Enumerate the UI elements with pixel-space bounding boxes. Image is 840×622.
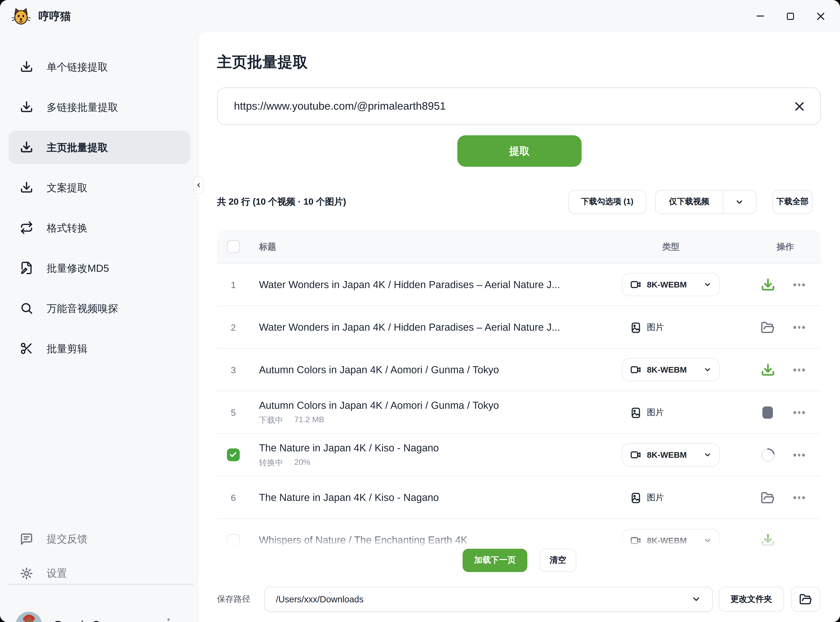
table-row: 1 Water Wonders in Japan 4K / Hidden Par… [217,264,821,306]
save-path-label: 保存路径 [217,594,257,605]
open-folder-button[interactable] [791,587,820,612]
extract-button[interactable]: 提取 [457,135,582,167]
stop-icon [762,406,773,419]
row-menu-button[interactable] [790,349,808,391]
download-all-button[interactable]: 下载全部 [772,190,813,214]
result-summary: 共 20 行 (10 个视频 · 10 个图片) [217,196,346,208]
column-header-type: 类型 [622,230,720,264]
format-select[interactable]: 8K-WEBM [622,358,720,381]
sidebar-item-batch-edit[interactable]: 批量剪辑 [9,332,190,365]
table-row: 2 Water Wonders in Japan 4K / Hidden Par… [217,306,821,349]
download-button[interactable] [761,277,775,292]
sidebar-item-single-link[interactable]: 单个链接提取 [9,50,190,83]
main-content: 主页批量提取 提取 共 20 行 (10 个视频 · 10 个图片) 下载勾选项… [199,32,840,622]
status-value: 20% [294,458,310,468]
window-controls [753,9,828,24]
type-label: 图片 [647,407,664,418]
app-logo-cat-icon [12,7,31,26]
table-header: 标题 类型 操作 [217,230,821,264]
video-only-dropdown-button[interactable] [722,191,756,213]
sidebar-item-label: 设置 [47,566,67,580]
change-folder-button[interactable]: 更改文件夹 [719,587,784,612]
close-button[interactable] [813,9,828,24]
file-edit-icon [20,261,33,274]
clear-input-icon[interactable] [791,98,807,114]
sidebar-item-copy-extract[interactable]: 文案提取 [9,171,190,204]
status-label: 转换中 [259,458,283,468]
sidebar-item-label: 多链接批量提取 [47,100,118,114]
row-menu-button[interactable] [790,306,808,349]
chevron-down-icon [704,451,712,459]
bottom-panel: 加载下一页 清空 保存路径 /Users/xxx/Downloads 更改文件夹 [199,548,840,622]
app-title: 哼哼猫 [38,9,71,23]
url-input[interactable] [233,99,791,113]
row-menu-button[interactable] [790,434,808,476]
sidebar-item-label: 格式转换 [47,221,87,235]
download-selected-button[interactable]: 下载勾选项 (1) [568,190,646,214]
row-menu-button[interactable] [790,476,808,519]
format-select[interactable]: 8K-WEBM [622,443,720,466]
user-menu-button[interactable] [162,614,175,622]
row-index: 5 [227,391,240,434]
row-title: Water Wonders in Japan 4K / Hidden Parad… [259,321,617,334]
minimize-button[interactable] [753,9,768,24]
progress-spinner [758,446,777,465]
sidebar-item-media-sniffer[interactable]: 万能音视频嗅探 [9,291,190,325]
sidebar-item-homepage-batch[interactable]: 主页批量提取 [9,131,190,164]
video-camera-icon [630,279,641,290]
sidebar-item-label: 提交反馈 [47,532,87,546]
sidebar-item-settings[interactable]: 设置 [9,559,190,587]
feedback-icon [20,532,33,546]
sidebar-item-modify-md5[interactable]: 批量修改MD5 [9,252,190,285]
user-profile[interactable]: Bonnie Green [16,611,190,622]
row-index: 2 [227,306,240,349]
download-button[interactable] [761,533,775,547]
type-image: 图片 [630,391,664,434]
chevron-down-icon [704,281,712,289]
sidebar-item-label: 单个链接提取 [47,60,108,74]
download-icon [20,60,33,73]
column-header-title: 标题 [259,230,276,264]
open-folder-button[interactable] [761,320,775,334]
save-path-value: /Users/xxx/Downloads [276,594,363,604]
pagination: 加载下一页 清空 [199,549,840,572]
table-row: 3 Autumn Colors in Japan 4K / Aomori / G… [217,349,821,391]
download-button[interactable] [761,363,775,377]
download-icon [20,100,33,114]
video-only-button[interactable]: 仅下载视频 [655,191,722,213]
download-icon [20,181,33,194]
row-menu-button[interactable] [790,264,808,306]
sidebar-item-label: 批量剪辑 [47,341,87,355]
sidebar-item-format-convert[interactable]: 格式转换 [9,211,190,244]
sidebar-item-multi-link[interactable]: 多链接批量提取 [9,90,190,123]
video-only-split-button: 仅下载视频 [655,190,756,214]
row-menu-button[interactable] [790,391,808,434]
table-row: The Nature in Japan 4K / Kiso - Nagano 转… [217,434,821,476]
gear-icon [20,567,33,580]
sidebar-footer-nav: 提交反馈 设置 [9,525,190,587]
sidebar-divider [9,584,194,585]
row-title: Water Wonders in Japan 4K / Hidden Parad… [259,279,617,291]
load-next-page-button[interactable]: 加载下一页 [463,549,527,572]
sidebar-collapse-button[interactable] [193,176,203,194]
avatar [16,611,42,622]
sidebar-item-feedback[interactable]: 提交反馈 [9,525,190,553]
stop-button[interactable] [762,406,773,419]
chevron-down-icon [691,594,701,604]
maximize-button[interactable] [783,9,798,24]
row-checkbox[interactable] [227,534,240,547]
select-all-checkbox[interactable] [227,240,240,253]
chevron-down-icon [704,536,712,544]
app-window: 哼哼猫 单个链接提取 [0,0,840,622]
clear-list-button[interactable]: 清空 [539,549,576,572]
chevron-down-icon [704,366,712,374]
sidebar-item-label: 文案提取 [47,181,87,195]
format-select[interactable]: 8K-WEBM [622,273,720,296]
save-path-select[interactable]: /Users/xxx/Downloads [264,587,713,612]
row-title: Autumn Colors in Japan 4K / Aomori / Gun… [259,364,617,376]
open-folder-button[interactable] [761,491,775,505]
row-index: 6 [227,476,240,519]
row-checkbox[interactable] [227,448,240,461]
type-label: 图片 [647,322,664,333]
format-label: 8K-WEBM [647,536,687,545]
